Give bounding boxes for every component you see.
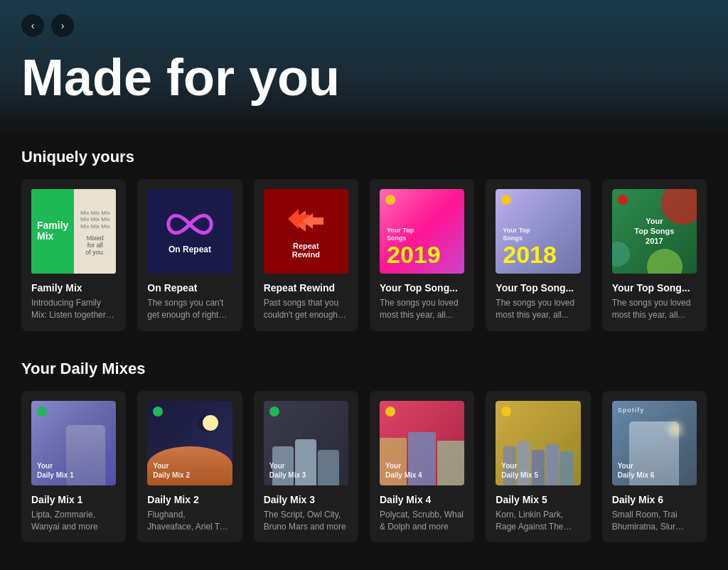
- daily-mix-5-title: Daily Mix 5: [496, 494, 580, 505]
- top-songs-2017-text: YourTop Songs2017: [634, 216, 674, 247]
- daily-mix-6-title: Daily Mix 6: [612, 494, 697, 505]
- card-repeat-rewind[interactable]: RepeatRewind Repeat Rewind Past songs th…: [254, 179, 358, 331]
- top-songs-2017-subtitle: The songs you loved most this year, all.…: [612, 297, 697, 321]
- fm-right-panel: Mix Mix Mix Mix Mix Mix Mix Mix Mix Mixe…: [74, 189, 116, 274]
- main-content: Uniquely yours FamilyMix Mix Mix Mix Mix…: [0, 134, 728, 570]
- repeat-rewind-subtitle: Past songs that you couldn't get enough …: [264, 297, 348, 321]
- card-top-songs-2017[interactable]: YourTop Songs2017 Your Top Song... The s…: [602, 179, 707, 331]
- card-on-repeat[interactable]: On Repeat On Repeat The songs you can't …: [137, 179, 242, 331]
- daily-mix-4-title: Daily Mix 4: [380, 494, 464, 505]
- fm-title-text: FamilyMix: [37, 220, 68, 242]
- daily-mix-6-image: Spotify YourDaily Mix 6: [612, 401, 697, 485]
- on-repeat-title: On Repeat: [147, 282, 232, 294]
- dm2-moon: [203, 415, 218, 431]
- nav-buttons: ‹ ›: [21, 14, 707, 37]
- daily-mix-2-image: YourDaily Mix 2: [147, 401, 232, 485]
- top-songs-2019-year: 2019: [387, 242, 441, 267]
- on-repeat-icon: [165, 208, 215, 240]
- dm4-spotify-dot: [385, 407, 395, 416]
- top-songs-2018-label: Your TopSongs: [503, 227, 530, 242]
- page-title: Made for you: [21, 51, 707, 105]
- dm1-spotify-dot: [37, 407, 47, 416]
- top-songs-2019-subtitle: The songs you loved most this year, all.…: [380, 297, 464, 321]
- card-daily-mix-2[interactable]: YourDaily Mix 2 Daily Mix 2 Flughand, Jh…: [137, 391, 242, 543]
- card-daily-mix-3[interactable]: YourDaily Mix 3 Daily Mix 3 The Script, …: [254, 391, 358, 543]
- daily-mix-1-title: Daily Mix 1: [31, 494, 116, 505]
- on-repeat-image: On Repeat: [147, 189, 232, 274]
- dm2-spotify-dot: [153, 407, 163, 416]
- family-mix-title: Family Mix: [31, 282, 116, 294]
- daily-mix-5-subtitle: Korn, Linkin Park, Rage Against The Mach…: [496, 509, 580, 533]
- top-songs-2018-title: Your Top Song...: [496, 282, 580, 294]
- dm6-label: YourDaily Mix 6: [618, 461, 655, 480]
- dm5-label: YourDaily Mix 5: [501, 461, 538, 480]
- card-top-songs-2018[interactable]: Your TopSongs 2018 Your Top Song... The …: [486, 179, 590, 331]
- top-songs-2018-subtitle: The songs you loved most this year, all.…: [496, 297, 580, 321]
- dm6-light: [668, 422, 682, 436]
- family-mix-image: FamilyMix Mix Mix Mix Mix Mix Mix Mix Mi…: [31, 189, 116, 274]
- daily-mix-1-subtitle: Lipta, Zommarie, Wanyai and more: [31, 509, 116, 533]
- daily-mix-5-image: YourDaily Mix 5: [496, 401, 580, 485]
- daily-mix-1-image: YourDaily Mix 1: [31, 401, 116, 485]
- daily-mixes-title: Your Daily Mixes: [21, 360, 707, 378]
- fm-mixed-label: Mixedfor allof you.: [85, 235, 105, 256]
- dm3-spotify-dot: [269, 407, 279, 416]
- daily-mix-3-subtitle: The Script, Owl City, Bruno Mars and mor…: [264, 509, 348, 533]
- top-songs-2018-dot: [501, 195, 511, 205]
- family-mix-subtitle: Introducing Family Mix: Listen together …: [31, 297, 116, 321]
- top-songs-2017-image: YourTop Songs2017: [612, 189, 697, 274]
- card-daily-mix-4[interactable]: YourDaily Mix 4 Daily Mix 4 Polycat, Scr…: [370, 391, 474, 543]
- dm5-spotify-dot: [501, 407, 511, 416]
- dm2-label: YourDaily Mix 2: [153, 461, 190, 480]
- card-top-songs-2019[interactable]: Your TopSongs 2019 Your Top Song... The …: [370, 179, 474, 331]
- daily-mix-3-title: Daily Mix 3: [264, 494, 348, 505]
- card-family-mix[interactable]: FamilyMix Mix Mix Mix Mix Mix Mix Mix Mi…: [21, 179, 126, 331]
- daily-mix-2-title: Daily Mix 2: [147, 494, 232, 505]
- header: ‹ › Made for you: [0, 0, 728, 134]
- top-songs-2018-year: 2018: [503, 242, 557, 267]
- ts2017-circle3: [612, 242, 630, 267]
- ts2017-circle2: [647, 249, 682, 274]
- daily-mix-4-subtitle: Polycat, Scrubb, Whal & Dolph and more: [380, 509, 464, 533]
- dm1-label: YourDaily Mix 1: [37, 461, 74, 480]
- dm3-label: YourDaily Mix 3: [269, 461, 306, 480]
- dm4-label: YourDaily Mix 4: [385, 461, 422, 480]
- daily-mixes-grid: YourDaily Mix 1 Daily Mix 1 Lipta, Zomma…: [21, 391, 707, 543]
- card-daily-mix-5[interactable]: YourDaily Mix 5 Daily Mix 5 Korn, Linkin…: [486, 391, 590, 543]
- on-repeat-subtitle: The songs you can't get enough of right …: [147, 297, 232, 321]
- repeat-rewind-icon: [284, 203, 327, 239]
- daily-mix-6-subtitle: Small Room, Trai Bhumiratna, Slur and...: [612, 509, 697, 533]
- daily-mix-3-image: YourDaily Mix 3: [264, 401, 348, 485]
- dm6-spotify-text: Spotify: [618, 407, 645, 414]
- repeat-rewind-title: Repeat Rewind: [264, 282, 348, 294]
- repeat-rewind-text: RepeatRewind: [292, 242, 320, 259]
- top-songs-2019-image: Your TopSongs 2019: [380, 189, 464, 274]
- uniquely-yours-grid: FamilyMix Mix Mix Mix Mix Mix Mix Mix Mi…: [21, 179, 707, 331]
- top-songs-2017-title: Your Top Song...: [612, 282, 697, 294]
- daily-mix-4-image: YourDaily Mix 4: [380, 401, 464, 485]
- card-daily-mix-1[interactable]: YourDaily Mix 1 Daily Mix 1 Lipta, Zomma…: [21, 391, 126, 543]
- uniquely-yours-title: Uniquely yours: [21, 148, 707, 166]
- fm-pattern: Mix Mix Mix Mix Mix Mix Mix Mix Mix: [77, 207, 113, 233]
- repeat-rewind-image: RepeatRewind: [264, 189, 348, 274]
- top-songs-2019-label: Your TopSongs: [387, 227, 414, 242]
- card-daily-mix-6[interactable]: Spotify YourDaily Mix 6 Daily Mix 6 Smal…: [602, 391, 707, 543]
- top-songs-2019-title: Your Top Song...: [380, 282, 464, 294]
- on-repeat-text: On Repeat: [168, 244, 211, 254]
- forward-button[interactable]: ›: [51, 14, 74, 37]
- top-songs-2019-dot: [385, 195, 395, 205]
- top-songs-2017-dot: [618, 195, 628, 205]
- top-songs-2018-image: Your TopSongs 2018: [496, 189, 580, 274]
- back-button[interactable]: ‹: [21, 14, 44, 37]
- daily-mix-2-subtitle: Flughand, Jhaveaface, Ariel T and more: [147, 509, 232, 533]
